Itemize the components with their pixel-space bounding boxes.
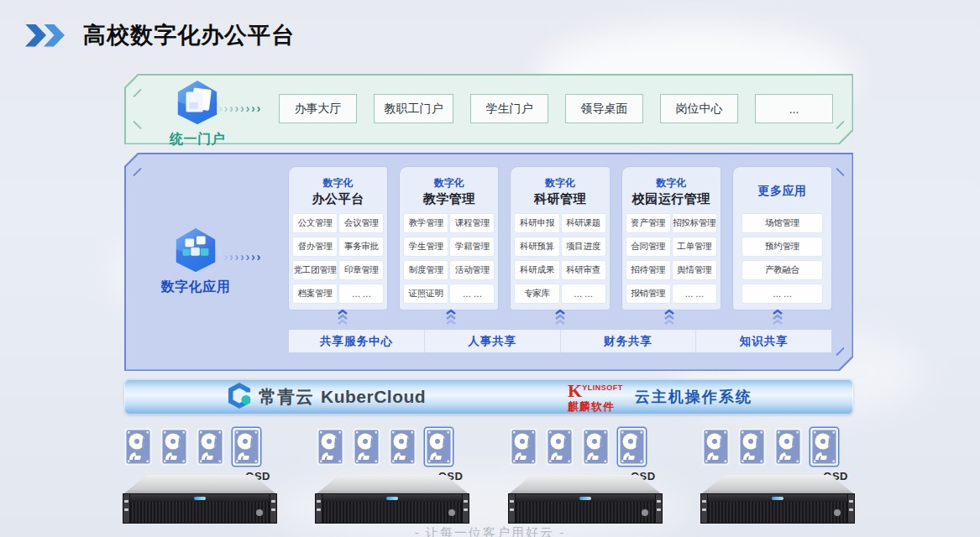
apps-cube-icon — [172, 227, 219, 277]
digital-apps-box: 数字化应用 ›››››››› 数字化 办公平台 公文管理 会议管理 督办管理 事… — [124, 153, 853, 371]
shared-service-center: 共享服务中心 — [289, 330, 424, 352]
portal-button-more: ... — [755, 94, 833, 123]
chassis-led — [772, 497, 783, 500]
column-subtitle: 数字化 — [293, 176, 383, 190]
app-column-teaching: 数字化 教学管理 教学管理 课程管理 学生管理 学籍管理 制度管理 活动管理 证… — [399, 166, 499, 310]
chassis-top — [702, 475, 853, 493]
page-title: 高校数字化办公平台 — [83, 20, 295, 50]
app-item: 资产管理 — [626, 214, 670, 232]
chassis-top — [317, 475, 468, 493]
hard-disk-icon — [124, 428, 152, 466]
app-item: 科研申报 — [515, 214, 558, 232]
column-subtitle: 数字化 — [515, 176, 605, 190]
cloud-platform-bar: 常青云 KuberCloud K YLINSOFT 麒麟软件 云主机操作系统 — [124, 379, 853, 414]
hard-disk-icon-highlighted — [810, 428, 838, 466]
app-item: 党工团管理 — [293, 261, 337, 279]
server-group: OSD — [510, 426, 661, 529]
rack-ear — [655, 493, 663, 524]
power-button-icon — [642, 509, 648, 516]
server-chassis — [702, 475, 853, 524]
rack-ear — [462, 493, 469, 524]
hard-disk-icon-highlighted — [425, 428, 453, 466]
chassis-front — [510, 493, 661, 524]
rack-ear — [508, 493, 516, 524]
column-title: 更多应用 — [737, 184, 827, 199]
app-item: 印章管理 — [339, 261, 383, 279]
shared-hr: 人事共享 — [424, 330, 560, 352]
kylin-k-letter: K — [568, 382, 582, 400]
app-item: 场馆管理 — [742, 214, 822, 232]
osd-disks — [317, 428, 453, 466]
app-item: … … — [339, 284, 383, 303]
kylinsoft-logo: K YLINSOFT 麒麟软件 — [568, 382, 623, 412]
app-item: 项目进度 — [562, 237, 605, 256]
app-item: 科研审查 — [562, 261, 605, 279]
portal-buttons-row: 办事大厅 教职工门户 学生门户 领导桌面 岗位中心 ... — [279, 94, 833, 123]
title-row: 高校数字化办公平台 — [25, 20, 295, 50]
app-item: 报销管理 — [626, 284, 670, 303]
chassis-front — [317, 493, 468, 524]
flow-arrows-icon: ›››››››› — [218, 249, 262, 263]
kylin-os-block: K YLINSOFT 麒麟软件 云主机操作系统 — [568, 379, 752, 414]
column-title: 校园运行管理 — [626, 191, 716, 207]
cloud-host-os-label: 云主机操作系统 — [635, 387, 752, 407]
double-chevron-icon — [25, 24, 65, 47]
app-item: … … — [673, 284, 716, 303]
rack-ear — [123, 493, 130, 524]
hard-disk-icon — [317, 428, 344, 466]
app-item: 招待管理 — [626, 261, 670, 279]
app-item: … … — [742, 284, 822, 303]
up-arrows-icon — [397, 309, 506, 326]
column-subtitle: 数字化 — [626, 176, 716, 190]
kubercloud-hexagon-icon — [227, 382, 252, 413]
chassis-front — [702, 493, 853, 524]
rack-ear — [315, 493, 322, 524]
app-item: 学籍管理 — [450, 237, 494, 256]
app-item: 事务审批 — [339, 237, 383, 256]
kubercloud-logo: 常青云 KuberCloud — [227, 379, 426, 414]
hard-disk-icon — [702, 428, 730, 466]
app-item: 制度管理 — [404, 261, 448, 279]
chassis-top — [124, 475, 275, 493]
hard-disk-icon — [582, 428, 610, 466]
shared-services-bar: 共享服务中心 人事共享 财务共享 知识共享 — [288, 329, 832, 353]
up-arrows-icon — [723, 309, 832, 326]
app-item: 预约管理 — [742, 237, 822, 256]
app-item: … … — [450, 284, 494, 303]
hard-disk-icon-highlighted — [233, 428, 260, 466]
power-button-icon — [256, 509, 263, 516]
chassis-front — [124, 493, 275, 524]
server-chassis — [317, 475, 468, 524]
server-row: OSD OSD — [124, 426, 853, 529]
portal-button-staff-portal: 教职工门户 — [374, 94, 453, 123]
app-item: 舆情管理 — [673, 261, 716, 279]
app-item: 公文管理 — [293, 214, 337, 232]
app-item: 招投标管理 — [673, 214, 716, 232]
power-button-icon — [834, 509, 841, 516]
hard-disk-icon — [197, 428, 224, 466]
app-item: 工单管理 — [673, 237, 716, 256]
shared-finance: 财务共享 — [560, 330, 696, 352]
app-item: 课程管理 — [450, 214, 494, 232]
app-item: 科研课题 — [562, 214, 605, 232]
chassis-top — [510, 475, 661, 493]
app-columns-row: 数字化 办公平台 公文管理 会议管理 督办管理 事务审批 党工团管理 印章管理 … — [288, 166, 832, 310]
hard-disk-icon — [160, 428, 188, 466]
server-group: OSD — [317, 426, 468, 529]
server-group: OSD — [702, 426, 853, 529]
portal-button-service-hall: 办事大厅 — [279, 94, 357, 123]
kubercloud-brand-cn: 常青云 — [259, 385, 314, 409]
app-item: … … — [562, 284, 605, 303]
hard-disk-icon — [774, 428, 802, 466]
app-column-research: 数字化 科研管理 科研申报 科研课题 科研预算 项目进度 科研成果 科研审查 专… — [510, 166, 610, 310]
server-chassis — [124, 475, 275, 524]
app-item: 产教融合 — [742, 261, 822, 279]
column-title: 教学管理 — [404, 191, 494, 207]
hard-disk-icon — [389, 428, 417, 466]
column-subtitle: 数字化 — [404, 176, 494, 190]
chassis-led — [194, 497, 206, 500]
hard-disk-icon — [546, 428, 574, 466]
app-item: 教学管理 — [404, 214, 448, 232]
portal-button-leader-desktop: 领导桌面 — [565, 94, 643, 123]
hard-disk-icon — [353, 428, 380, 466]
